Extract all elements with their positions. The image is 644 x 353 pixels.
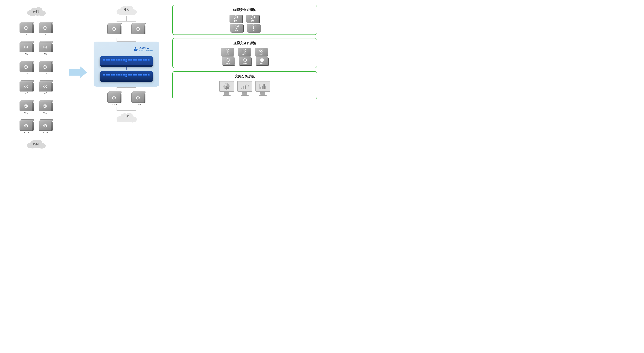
left-fw-row: FW FW <box>20 41 53 55</box>
left-internal-label: 内网 <box>33 142 39 146</box>
ips-label-bot: IPS <box>252 29 255 32</box>
vac-device-bot: vAC <box>256 57 268 65</box>
left-fw-right: FW <box>38 41 53 55</box>
port <box>128 74 130 76</box>
port <box>148 59 150 61</box>
port <box>113 74 115 76</box>
left-bottom-vline <box>36 134 36 138</box>
fabric-controller-box: Asteria Fabric Controller <box>94 42 159 87</box>
virtual-pool: 虚拟安全资源池 vFW vFW vI <box>172 38 317 68</box>
svg-point-23 <box>45 47 46 48</box>
bar-chart-icon <box>258 83 267 90</box>
port <box>140 59 142 61</box>
search-chart-icon <box>240 83 249 90</box>
vips-stack: vIPS vIPS <box>238 48 252 65</box>
left-ac-left: AC <box>20 80 34 95</box>
monitor-screen-2 <box>238 81 252 92</box>
vips-label-top: vIPS <box>242 53 246 55</box>
bottom-switch <box>100 71 153 80</box>
monitor-stand-1 <box>224 92 229 95</box>
left-fw-left-label: FW <box>25 53 28 55</box>
port <box>138 59 140 61</box>
switch-ports-bottom <box>100 74 153 77</box>
physical-pool: 物理安全资源池 FW FW IPS <box>172 5 317 35</box>
fw-device-top: FW <box>230 15 242 23</box>
svg-line-129 <box>246 85 248 86</box>
left-waf-left: WAF <box>20 100 34 114</box>
fw-device-bot: FW <box>230 24 243 32</box>
ips-label-top: IPS <box>251 20 254 22</box>
port <box>128 59 130 61</box>
svg-rect-104 <box>117 118 135 122</box>
mid-core-left: Core <box>107 92 122 106</box>
port <box>118 59 120 61</box>
left-vline1 <box>36 17 36 19</box>
mid-internal-connect <box>107 107 146 111</box>
mid-r-right-label: R <box>138 35 139 37</box>
left-r-left-label: R <box>26 33 27 36</box>
vips-device-top: vIPS <box>238 48 251 56</box>
port <box>106 74 108 76</box>
left-core-row: Core Core <box>20 119 53 134</box>
vfw-device-top: vFW <box>221 48 234 56</box>
fw-label-bot: FW <box>235 29 238 32</box>
left-waf-left-label: WAF <box>24 112 29 114</box>
mid-core-right-label: Core <box>136 103 141 106</box>
port <box>135 74 137 76</box>
left-ac-right-label: AC <box>44 92 47 95</box>
left-ac-row: AC AC <box>20 80 53 95</box>
left-ips-right: IPS <box>38 61 53 75</box>
main-container: 外网 <box>0 0 322 176</box>
left-r-right-label: R <box>45 33 46 36</box>
port <box>108 74 110 76</box>
port <box>135 59 137 61</box>
port <box>138 74 140 76</box>
monitor-stand-3 <box>260 92 265 95</box>
top-switch <box>100 56 153 65</box>
left-ips-right-label: IPS <box>44 73 48 75</box>
left-router-right: R <box>38 22 53 36</box>
monitor-1 <box>219 81 234 96</box>
switch-vline <box>126 67 126 70</box>
port <box>106 59 108 61</box>
left-ips-row: IPS IPS <box>20 61 53 75</box>
svg-marker-58 <box>69 67 87 78</box>
port <box>113 59 115 61</box>
left-ips-left-label: IPS <box>25 73 28 75</box>
mid-router-row: R R <box>107 23 146 37</box>
analysis-pool-content <box>176 81 314 96</box>
monitor-stand-2 <box>242 92 247 95</box>
port <box>140 74 142 76</box>
right-section: 物理安全资源池 FW FW IPS <box>172 3 317 99</box>
port <box>130 59 132 61</box>
mid-router-right: R <box>131 23 146 37</box>
vac-device-top: vAC <box>255 48 268 56</box>
left-cloud-label: 外网 <box>33 10 39 14</box>
port <box>118 74 120 76</box>
port <box>130 74 132 76</box>
monitor-base-3 <box>259 95 267 96</box>
port <box>143 59 145 61</box>
vips-device-bot: vIPS <box>239 57 252 65</box>
asteria-logo-icon <box>133 47 138 52</box>
left-ac-connector <box>20 76 52 80</box>
mid-cloud-label: 外网 <box>124 8 129 11</box>
mid-fabric-connect-top <box>107 38 146 42</box>
left-fw-left: FW <box>20 41 34 55</box>
left-ips-left: IPS <box>20 61 34 75</box>
svg-rect-135 <box>265 86 266 89</box>
asteria-logo: Asteria Fabric Controller <box>133 47 153 52</box>
port <box>145 74 147 76</box>
left-fw-connector <box>20 37 52 41</box>
vac-label-top: vAC <box>259 53 263 55</box>
pie-chart-icon <box>222 83 231 90</box>
left-internal-cloud: 内网 <box>26 138 46 149</box>
physical-pool-content: FW FW IPS IPS <box>176 15 314 32</box>
left-core-left-label: Core <box>24 131 29 134</box>
left-core-right: Core <box>38 119 53 134</box>
port <box>126 61 128 63</box>
port <box>148 74 150 76</box>
virtual-pool-content: vFW vFW vIPS vIPS <box>176 48 314 65</box>
left-waf-row: WAF WAF <box>20 100 53 114</box>
port <box>111 74 112 76</box>
